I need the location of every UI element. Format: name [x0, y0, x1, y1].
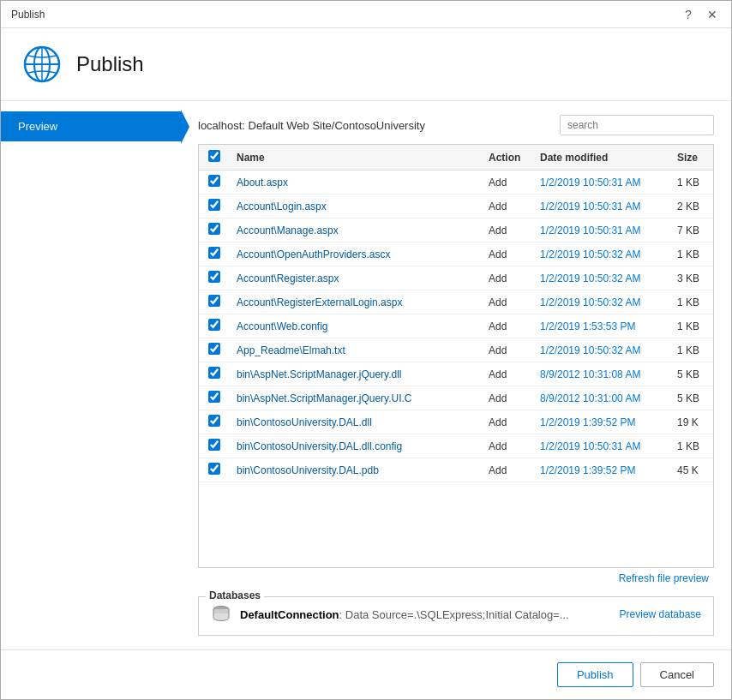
publish-button[interactable]: Publish [557, 662, 633, 687]
col-header-size: Size [670, 145, 713, 171]
row-checkbox-11[interactable] [208, 439, 220, 451]
row-name: Account\OpenAuthProviders.ascx [230, 242, 482, 266]
row-checkbox-cell [199, 434, 230, 458]
preview-database-link[interactable]: Preview database [620, 608, 701, 620]
database-icon [211, 604, 231, 625]
row-date: 1/2/2019 10:50:31 AM [533, 218, 670, 242]
table-row: bin\ContosoUniversity.DAL.dll Add 1/2/20… [199, 410, 713, 434]
row-size: 1 KB [670, 338, 713, 362]
row-action: Add [482, 242, 533, 266]
row-date: 1/2/2019 10:50:31 AM [533, 434, 670, 458]
table-row: Account\Manage.aspx Add 1/2/2019 10:50:3… [199, 218, 713, 242]
row-name: bin\ContosoUniversity.DAL.dll [230, 410, 482, 434]
sidebar: Preview [1, 101, 181, 649]
row-checkbox-cell [199, 290, 230, 314]
db-row: DefaultConnection: Data Source=.\SQLExpr… [211, 604, 701, 625]
row-size: 1 KB [670, 290, 713, 314]
row-size: 3 KB [670, 266, 713, 290]
row-size: 1 KB [670, 314, 713, 338]
help-button[interactable]: ? [680, 6, 697, 23]
row-checkbox-12[interactable] [208, 463, 220, 475]
table-row: Account\RegisterExternalLogin.aspx Add 1… [199, 290, 713, 314]
table-row: bin\ContosoUniversity.DAL.pdb Add 1/2/20… [199, 458, 713, 482]
row-name: Account\Manage.aspx [230, 218, 482, 242]
col-header-action: Action [482, 145, 533, 171]
content-area: Preview localhost: Default Web Site/Cont… [1, 101, 731, 649]
row-size: 45 K [670, 458, 713, 482]
row-action: Add [482, 194, 533, 218]
main-content: localhost: Default Web Site/ContosoUnive… [181, 101, 731, 649]
row-checkbox-3[interactable] [208, 247, 220, 259]
row-checkbox-6[interactable] [208, 319, 220, 331]
row-date: 8/9/2012 10:31:00 AM [533, 386, 670, 410]
row-name: bin\AspNet.ScriptManager.jQuery.UI.C [230, 386, 482, 410]
col-header-check [199, 145, 230, 171]
row-checkbox-cell [199, 171, 230, 194]
row-name: bin\AspNet.ScriptManager.jQuery.dll [230, 362, 482, 386]
sidebar-item-preview[interactable]: Preview [1, 111, 181, 141]
row-checkbox-8[interactable] [208, 367, 220, 379]
table-row: App_Readme\Elmah.txt Add 1/2/2019 10:50:… [199, 338, 713, 362]
row-checkbox-7[interactable] [208, 343, 220, 355]
table-row: Account\Register.aspx Add 1/2/2019 10:50… [199, 266, 713, 290]
row-checkbox-cell [199, 314, 230, 338]
col-header-date: Date modified [533, 145, 670, 171]
row-action: Add [482, 171, 533, 194]
row-action: Add [482, 386, 533, 410]
row-action: Add [482, 362, 533, 386]
title-bar: Publish ? ✕ [1, 1, 731, 28]
row-name: Account\Web.config [230, 314, 482, 338]
row-checkbox-cell [199, 266, 230, 290]
row-name: About.aspx [230, 171, 482, 194]
select-all-checkbox[interactable] [208, 150, 220, 162]
row-size: 1 KB [670, 242, 713, 266]
search-input[interactable] [560, 115, 714, 135]
close-button[interactable]: ✕ [704, 6, 721, 23]
cancel-button[interactable]: Cancel [640, 662, 714, 687]
row-action: Add [482, 410, 533, 434]
row-name: Account\Register.aspx [230, 266, 482, 290]
header-section: Publish [1, 28, 731, 101]
row-action: Add [482, 434, 533, 458]
table-row: About.aspx Add 1/2/2019 10:50:31 AM 1 KB [199, 171, 713, 194]
row-checkbox-cell [199, 194, 230, 218]
server-bar: localhost: Default Web Site/ContosoUnive… [198, 115, 714, 135]
row-action: Add [482, 218, 533, 242]
row-checkbox-9[interactable] [208, 391, 220, 403]
row-checkbox-1[interactable] [208, 199, 220, 211]
title-bar-buttons: ? ✕ [680, 6, 721, 23]
row-checkbox-cell [199, 218, 230, 242]
row-date: 1/2/2019 10:50:31 AM [533, 194, 670, 218]
databases-section: Databases DefaultConnection: Data Source… [198, 596, 714, 636]
server-label: localhost: Default Web Site/ContosoUnive… [198, 119, 425, 132]
table-row: bin\ContosoUniversity.DAL.dll.config Add… [199, 434, 713, 458]
refresh-file-preview-link[interactable]: Refresh file preview [615, 567, 712, 589]
row-checkbox-0[interactable] [208, 175, 220, 187]
row-size: 1 KB [670, 434, 713, 458]
row-action: Add [482, 338, 533, 362]
row-name: bin\ContosoUniversity.DAL.dll.config [230, 434, 482, 458]
row-date: 1/2/2019 10:50:32 AM [533, 290, 670, 314]
row-checkbox-4[interactable] [208, 271, 220, 283]
db-connection: : Data Source=.\SQLExpress;Initial Catal… [339, 608, 569, 621]
footer-buttons: Publish Cancel [1, 649, 731, 699]
publish-dialog: Publish ? ✕ Publish Preview loca [0, 0, 732, 700]
row-checkbox-cell [199, 338, 230, 362]
row-name: App_Readme\Elmah.txt [230, 338, 482, 362]
row-checkbox-2[interactable] [208, 223, 220, 235]
row-checkbox-10[interactable] [208, 415, 220, 427]
row-date: 8/9/2012 10:31:08 AM [533, 362, 670, 386]
row-date: 1/2/2019 1:39:52 PM [533, 410, 670, 434]
file-table-container[interactable]: Name Action Date modified Size About.asp… [198, 144, 714, 568]
row-date: 1/2/2019 1:53:53 PM [533, 314, 670, 338]
row-checkbox-5[interactable] [208, 295, 220, 307]
row-action: Add [482, 458, 533, 482]
table-row: bin\AspNet.ScriptManager.jQuery.UI.C Add… [199, 386, 713, 410]
row-name: Account\RegisterExternalLogin.aspx [230, 290, 482, 314]
row-checkbox-cell [199, 242, 230, 266]
row-checkbox-cell [199, 410, 230, 434]
globe-icon [21, 44, 63, 85]
row-date: 1/2/2019 10:50:31 AM [533, 171, 670, 194]
sidebar-item-label: Preview [18, 120, 57, 133]
table-row: bin\AspNet.ScriptManager.jQuery.dll Add … [199, 362, 713, 386]
